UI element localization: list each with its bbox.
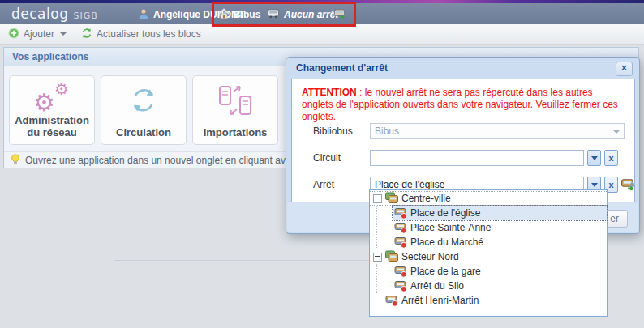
collapse-minus-icon[interactable] — [373, 253, 382, 262]
circuit-dropdown-trigger[interactable] — [587, 150, 601, 166]
background-divider — [114, 260, 369, 261]
bus-icon — [267, 7, 280, 22]
current-stop-menu[interactable]: Aucun arrêt — [267, 6, 338, 23]
bibliobus-value: Bibus — [375, 126, 399, 137]
decalog-sigb-app: decalogSIGB Angélique DUPONT Bibus Aucun… — [0, 0, 644, 328]
sync-arrows-icon — [101, 81, 186, 120]
circuit-label: Circuit — [313, 152, 341, 164]
dialog-body: ATTENTION : le nouvel arrêt ne sera pas … — [291, 79, 635, 203]
tree-node-label: Place Sainte-Anne — [410, 222, 491, 233]
site-name: Bibus — [234, 9, 260, 20]
app-logo[interactable]: decalogSIGB — [11, 6, 98, 22]
refresh-blocks-button[interactable]: Actualiser tous les blocs — [81, 28, 201, 41]
tree-node-label: Secteur Nord — [401, 251, 459, 262]
home-icon — [218, 8, 230, 22]
tree-stop[interactable]: Place Sainte-Anne — [377, 220, 607, 235]
refresh-icon — [81, 28, 92, 41]
change-stop-button[interactable] — [333, 6, 346, 23]
bus-stop-icon — [394, 279, 407, 292]
close-icon[interactable]: × — [616, 62, 633, 76]
tree-children: Place de la gare Arrêt du Silo — [376, 264, 607, 293]
collapse-panel-icon[interactable]: « — [627, 182, 638, 188]
add-block-button[interactable]: Ajouter — [8, 28, 67, 41]
logo-suffix: SIGB — [73, 11, 97, 21]
logo-text: decalog — [11, 6, 68, 22]
tip-text: Ouvrez une application dans un nouvel on… — [25, 155, 324, 166]
bus-stop-icon — [394, 236, 407, 249]
bus-group-icon — [385, 192, 398, 205]
add-label: Ajouter — [24, 28, 54, 40]
tree-node-label: Place de l'église — [410, 207, 480, 219]
blocks-toolbar: Ajouter Actualiser tous les blocs — [0, 24, 644, 45]
stop-dropdown-list: Centre-ville Place de l'église Place Sai… — [369, 189, 608, 317]
chevron-down-icon — [591, 156, 598, 160]
circuit-clear-button[interactable]: x — [604, 150, 618, 166]
dialog-title: Changement d'arrêt — [296, 62, 388, 74]
bus-change-icon — [333, 7, 346, 22]
tree-node-label: Arrêt du Silo — [410, 280, 464, 292]
circuit-combobox[interactable] — [370, 150, 584, 166]
tree-stop[interactable]: Arrêt du Silo — [377, 279, 607, 293]
bus-group-icon — [385, 250, 398, 263]
tree-node-label: Centre-ville — [401, 193, 451, 204]
tree-node-label: Place du Marché — [410, 236, 483, 248]
app-card-importations[interactable]: Importations — [192, 75, 278, 145]
tree-node-label: Arrêt Henri-Martin — [401, 295, 479, 306]
tree-stop[interactable]: Place du Marché — [377, 235, 607, 249]
chevron-down-icon — [613, 130, 620, 134]
tree-stop-selected[interactable]: Place de l'église — [393, 206, 607, 220]
bus-stop-icon — [394, 207, 407, 219]
app-card-administration[interactable]: ⚙⚙ Administration du réseau — [9, 75, 95, 145]
stop-label: Arrêt — [313, 179, 334, 190]
gears-icon: ⚙⚙ — [10, 81, 94, 120]
tree-stop-root[interactable]: Arrêt Henri-Martin — [370, 293, 607, 308]
chevron-down-icon — [60, 32, 67, 36]
bibliobus-label: Bibliobus — [313, 126, 353, 137]
tree-group-secteur-nord[interactable]: Secteur Nord — [370, 249, 607, 264]
transfer-icon — [193, 81, 277, 120]
bus-stop-icon — [385, 294, 398, 307]
tree-children: Place de l'église Place Sainte-Anne Plac… — [376, 206, 607, 249]
app-header: decalogSIGB Angélique DUPONT Bibus Aucun… — [0, 3, 644, 24]
current-stop-label: Aucun arrêt — [284, 9, 338, 20]
warning-message: ATTENTION : le nouvel arrêt ne sera pas … — [302, 87, 626, 123]
refresh-label: Actualiser tous les blocs — [97, 28, 201, 40]
tree-node-label: Place de la gare — [410, 266, 481, 277]
bus-stop-icon — [394, 221, 407, 234]
app-card-circulation[interactable]: Circulation — [101, 75, 187, 145]
app-card-label: Importations — [204, 126, 268, 144]
tree-group-centre-ville[interactable]: Centre-ville — [370, 191, 607, 206]
bus-stop-icon — [394, 265, 407, 278]
lightbulb-icon — [11, 154, 20, 168]
tree-stop[interactable]: Place de la gare — [377, 264, 607, 279]
add-icon — [8, 28, 19, 41]
warning-bold: ATTENTION — [302, 87, 357, 98]
bibliobus-combobox[interactable]: Bibus — [370, 123, 625, 139]
site-menu[interactable]: Bibus — [218, 6, 260, 23]
chevron-down-icon — [591, 183, 598, 187]
user-icon — [138, 8, 149, 22]
collapse-minus-icon[interactable] — [373, 194, 382, 203]
app-card-label: Circulation — [116, 126, 171, 144]
